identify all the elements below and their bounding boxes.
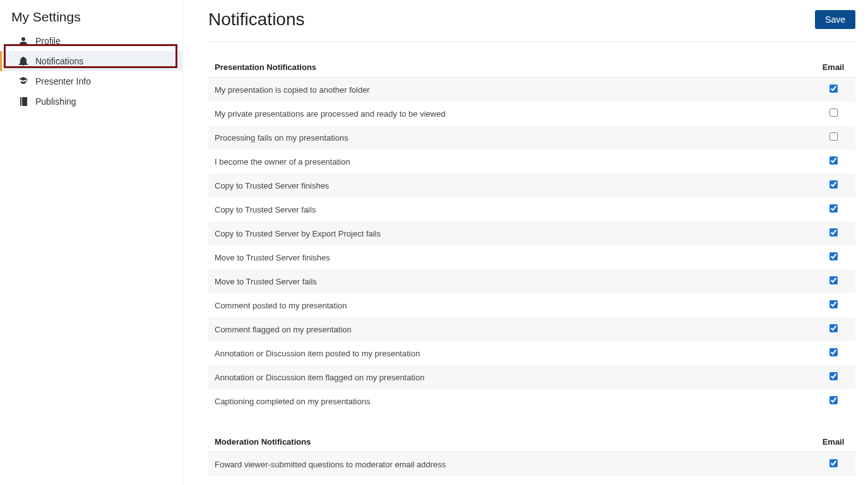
notification-label: Copy to Trusted Server fails <box>215 205 817 214</box>
checkbox-cell <box>817 459 849 469</box>
notification-label: Captioning completed on my presentations <box>215 397 817 406</box>
sidebar-item-notifications[interactable]: Notifications <box>0 51 182 71</box>
notification-row: Move to Trusted Server fails <box>208 269 855 293</box>
notification-label: Move to Trusted Server finishes <box>215 253 817 262</box>
email-checkbox[interactable] <box>829 204 838 213</box>
notification-label: Foward viewer-submitted questions to mod… <box>215 460 817 469</box>
notification-label: Comment posted to my presentation <box>215 301 817 310</box>
person-icon <box>19 37 28 45</box>
notification-label: Copy to Trusted Server finishes <box>215 181 817 190</box>
sidebar: My Settings ProfileNotificationsPresente… <box>0 0 183 485</box>
bell-icon <box>19 57 28 66</box>
sidebar-item-label: Profile <box>35 36 61 46</box>
email-checkbox[interactable] <box>829 372 838 380</box>
checkbox-cell <box>817 228 849 238</box>
notification-row: Annotation or Discussion item posted to … <box>208 341 855 365</box>
notification-row: Comment posted to my presentation <box>208 293 855 317</box>
sidebar-title: My Settings <box>0 9 182 31</box>
notification-row: Copy to Trusted Server fails <box>208 197 855 221</box>
notification-label: My presentation is copied to another fol… <box>215 85 817 95</box>
notification-row: My presentation is copied to another fol… <box>208 78 855 102</box>
email-checkbox[interactable] <box>829 180 838 189</box>
sidebar-item-presenter-info[interactable]: Presenter Info <box>0 71 182 91</box>
sidebar-item-profile[interactable]: Profile <box>0 31 182 51</box>
sidebar-item-label: Publishing <box>35 96 76 107</box>
notification-row: Copy to Trusted Server finishes <box>208 173 855 197</box>
checkbox-cell <box>817 300 849 310</box>
sidebar-item-label: Presenter Info <box>35 76 91 86</box>
main-content: Notifications Save Presentation Notifica… <box>183 0 868 485</box>
notification-row: Foward viewer-submitted questions to mod… <box>208 452 855 476</box>
email-checkbox[interactable] <box>829 396 838 404</box>
email-checkbox[interactable] <box>829 156 838 165</box>
page-title: Notifications <box>208 9 305 30</box>
email-checkbox[interactable] <box>829 85 838 93</box>
email-checkbox[interactable] <box>829 108 838 117</box>
column-header-email: Email <box>817 62 849 72</box>
notification-row: Annotation or Discussion item flagged on… <box>208 365 855 389</box>
page-header: Notifications Save <box>208 9 855 42</box>
section-title: Presentation Notifications <box>215 62 316 72</box>
grad-cap-icon <box>19 77 28 86</box>
notification-label: Copy to Trusted Server by Export Project… <box>215 229 817 238</box>
email-checkbox[interactable] <box>829 300 838 308</box>
checkbox-cell <box>817 132 849 143</box>
save-button[interactable]: Save <box>815 10 855 29</box>
notification-row: Captioning completed on my presentations <box>208 389 855 413</box>
notification-label: Annotation or Discussion item posted to … <box>215 349 817 358</box>
notification-row: Processing fails on my presentations <box>208 126 855 149</box>
notification-label: Processing fails on my presentations <box>215 133 817 143</box>
checkbox-cell <box>817 156 849 167</box>
notification-section: Presentation NotificationsEmailMy presen… <box>208 57 855 413</box>
book-icon <box>19 97 28 106</box>
sections-container: Presentation NotificationsEmailMy presen… <box>208 57 855 476</box>
email-checkbox[interactable] <box>829 276 838 284</box>
sidebar-item-publishing[interactable]: Publishing <box>0 91 182 112</box>
notification-label: I become the owner of a presentation <box>215 157 817 167</box>
notification-row: My private presentations are processed a… <box>208 102 855 126</box>
notification-row: Comment flagged on my presentation <box>208 317 855 341</box>
notification-row: Copy to Trusted Server by Export Project… <box>208 221 855 245</box>
checkbox-cell <box>817 396 849 406</box>
section-head: Presentation NotificationsEmail <box>208 57 855 78</box>
email-checkbox[interactable] <box>829 348 838 356</box>
checkbox-cell <box>817 180 849 190</box>
notification-label: My private presentations are processed a… <box>215 109 817 119</box>
checkbox-cell <box>817 252 849 262</box>
checkbox-cell <box>817 85 849 95</box>
notification-row: I become the owner of a presentation <box>208 149 855 173</box>
checkbox-cell <box>817 324 849 334</box>
email-checkbox[interactable] <box>829 252 838 260</box>
email-checkbox[interactable] <box>829 132 838 141</box>
checkbox-cell <box>817 348 849 358</box>
column-header-email: Email <box>817 437 849 447</box>
checkbox-cell <box>817 204 849 214</box>
notification-label: Move to Trusted Server fails <box>215 277 817 286</box>
email-checkbox[interactable] <box>829 324 838 332</box>
notification-label: Comment flagged on my presentation <box>215 325 817 334</box>
checkbox-cell <box>817 276 849 286</box>
sidebar-item-label: Notifications <box>35 56 83 66</box>
notification-row: Move to Trusted Server finishes <box>208 245 855 269</box>
email-checkbox[interactable] <box>829 459 838 467</box>
nav-list: ProfileNotificationsPresenter InfoPublis… <box>0 31 182 112</box>
email-checkbox[interactable] <box>829 228 838 237</box>
section-title: Moderation Notifications <box>215 437 311 447</box>
notification-section: Moderation NotificationsEmailFoward view… <box>208 432 855 476</box>
notification-label: Annotation or Discussion item flagged on… <box>215 373 817 382</box>
checkbox-cell <box>817 108 849 119</box>
checkbox-cell <box>817 372 849 382</box>
section-head: Moderation NotificationsEmail <box>208 432 855 452</box>
